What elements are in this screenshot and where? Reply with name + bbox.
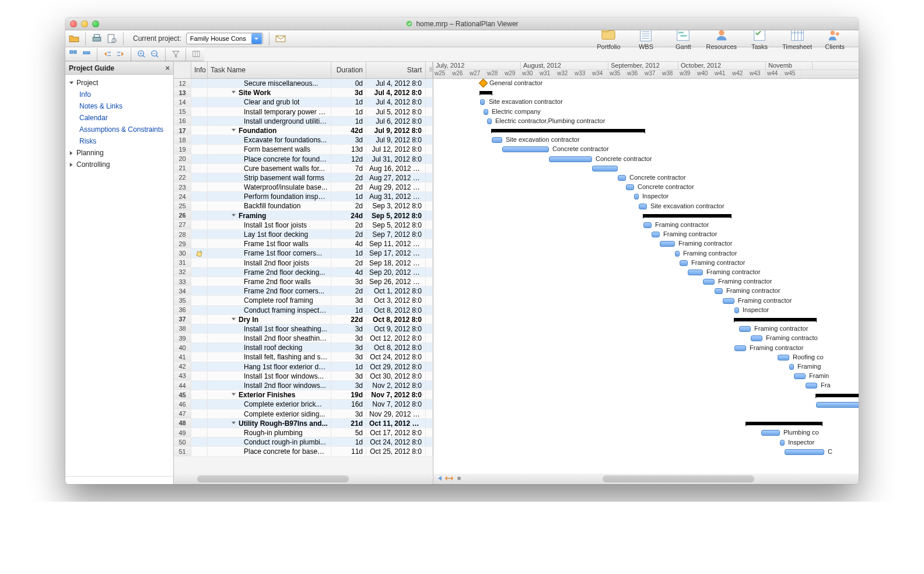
tree-leaf[interactable]: Risks bbox=[65, 135, 173, 147]
table-row[interactable]: 29Frame 1st floor walls4dSep 11, 2012 8:… bbox=[174, 239, 433, 249]
task-bar[interactable] bbox=[660, 241, 675, 247]
task-bar[interactable] bbox=[723, 298, 734, 304]
start-cell[interactable]: Oct 1, 2012 8:0 bbox=[366, 286, 426, 295]
duration-cell[interactable]: 7d bbox=[331, 164, 366, 173]
task-name-cell[interactable]: Complete roof framing bbox=[208, 296, 331, 304]
task-name-cell[interactable]: Dry In bbox=[208, 315, 331, 324]
task-name-cell[interactable]: Lay 1st floor decking bbox=[208, 230, 331, 239]
task-bar[interactable] bbox=[652, 232, 660, 237]
task-name-cell[interactable]: Site Work bbox=[208, 88, 331, 97]
start-cell[interactable]: Jul 4, 2012 8:0 bbox=[366, 88, 426, 97]
tree-node-controlling[interactable]: Controlling bbox=[65, 159, 173, 170]
tree-node-project[interactable]: Project bbox=[65, 77, 173, 89]
duration-cell[interactable]: 1d bbox=[331, 249, 366, 257]
task-name-cell[interactable]: Install temporary power s... bbox=[208, 107, 331, 116]
task-name-cell[interactable]: Conduct rough-in plumbi... bbox=[208, 438, 331, 446]
zoom-out-icon[interactable] bbox=[150, 49, 159, 60]
start-cell[interactable]: Nov 7, 2012 8:0 bbox=[366, 400, 426, 408]
columns-icon[interactable] bbox=[192, 49, 201, 60]
table-row[interactable]: 37Dry In22dOct 8, 2012 8:0 bbox=[174, 315, 433, 324]
duration-cell[interactable]: 3d bbox=[331, 343, 366, 352]
task-name-cell[interactable]: Install 1st floor windows... bbox=[208, 372, 331, 380]
col-info[interactable]: Info bbox=[191, 62, 208, 78]
table-row[interactable]: 23Waterproof/insulate base...2dAug 29, 2… bbox=[174, 183, 433, 192]
task-bar[interactable] bbox=[675, 251, 680, 257]
table-row[interactable]: 49Rough-in plumbing5dOct 17, 2012 8:0 bbox=[174, 428, 433, 438]
task-bar[interactable] bbox=[794, 373, 806, 379]
col-duration[interactable]: Duration bbox=[331, 62, 366, 78]
duration-cell[interactable]: 3d bbox=[331, 334, 366, 342]
goto-start-icon[interactable] bbox=[436, 475, 443, 484]
task-bar[interactable] bbox=[734, 345, 746, 351]
table-row[interactable]: 24Perform foundation inspe...1dAug 31, 2… bbox=[174, 192, 433, 201]
summary-bar[interactable] bbox=[816, 394, 859, 397]
task-name-cell[interactable]: Frame 1st floor walls bbox=[208, 239, 331, 248]
task-name-cell[interactable]: Utility Rough-B97Ins and... bbox=[208, 419, 331, 428]
table-row[interactable]: 44Install 2nd floor windows...3dNov 2, 2… bbox=[174, 381, 433, 390]
current-project-combo[interactable]: Family House Cons bbox=[186, 33, 263, 44]
table-row[interactable]: 33Frame 2nd floor walls3dSep 26, 2012 8:… bbox=[174, 277, 433, 286]
duration-cell[interactable]: 4d bbox=[331, 239, 366, 248]
outdent-icon[interactable] bbox=[103, 49, 112, 60]
start-cell[interactable]: Aug 16, 2012 8:0 bbox=[366, 164, 426, 173]
task-bar[interactable] bbox=[502, 146, 549, 152]
duration-cell[interactable]: 2d bbox=[331, 258, 366, 267]
summary-bar[interactable] bbox=[734, 318, 816, 321]
table-row[interactable]: 48Utility Rough-B97Ins and...21dOct 11, … bbox=[174, 419, 433, 428]
summary-bar[interactable] bbox=[480, 91, 492, 94]
start-cell[interactable]: Oct 25, 2012 8:0 bbox=[366, 447, 426, 456]
task-name-cell[interactable]: Form basement walls bbox=[208, 145, 331, 153]
start-cell[interactable]: Jul 12, 2012 8:0 bbox=[366, 145, 426, 153]
task-name-cell[interactable]: Backfill foundation bbox=[208, 201, 331, 210]
duration-cell[interactable]: 16d bbox=[331, 400, 366, 408]
task-bar[interactable] bbox=[643, 222, 652, 228]
disclosure-icon[interactable] bbox=[231, 391, 236, 399]
task-name-cell[interactable]: Install underground utilitie... bbox=[208, 117, 331, 125]
task-name-cell[interactable]: Foundation bbox=[208, 126, 331, 135]
task-name-cell[interactable]: Complete exterior brick... bbox=[208, 400, 331, 408]
expand-all-icon[interactable] bbox=[69, 49, 78, 60]
col-number[interactable] bbox=[174, 62, 191, 78]
start-cell[interactable]: Jul 4, 2012 8:0 bbox=[366, 97, 426, 106]
start-cell[interactable]: Sep 26, 2012 8:0 bbox=[366, 277, 426, 286]
print-icon[interactable] bbox=[92, 33, 102, 44]
table-row[interactable]: 47Complete exterior siding...3dNov 29, 2… bbox=[174, 410, 433, 419]
duration-cell[interactable]: 3d bbox=[331, 277, 366, 286]
print-preview-icon[interactable] bbox=[107, 33, 117, 44]
duration-cell[interactable]: 3d bbox=[331, 88, 366, 97]
table-row[interactable]: 15Install temporary power s...1dJul 5, 2… bbox=[174, 107, 433, 117]
task-name-cell[interactable]: Place concrete for basem... bbox=[208, 447, 331, 456]
task-bar[interactable] bbox=[703, 279, 715, 285]
start-cell[interactable]: Oct 11, 2012 8:0 bbox=[366, 419, 426, 428]
task-name-cell[interactable]: Conduct framing inspectio... bbox=[208, 306, 331, 314]
duration-cell[interactable]: 3d bbox=[331, 381, 366, 390]
col-start[interactable]: Start bbox=[366, 62, 426, 78]
goto-today-icon[interactable] bbox=[445, 475, 453, 484]
start-cell[interactable]: Oct 30, 2012 8:0 bbox=[366, 372, 426, 380]
duration-cell[interactable]: 13d bbox=[331, 145, 366, 153]
zoom-in-icon[interactable] bbox=[137, 49, 146, 60]
mail-icon[interactable] bbox=[275, 33, 286, 44]
task-name-cell[interactable]: Secure miscellaneous... bbox=[208, 79, 331, 88]
start-cell[interactable]: Nov 29, 2012 8:0 bbox=[366, 410, 426, 418]
duration-cell[interactable]: 1d bbox=[331, 192, 366, 201]
view-button-portfolio[interactable]: Portfolio bbox=[594, 27, 623, 50]
table-row[interactable]: 51Place concrete for basem...11dOct 25, … bbox=[174, 447, 433, 456]
view-button-tasks[interactable]: Tasks bbox=[745, 27, 774, 50]
task-name-cell[interactable]: Framing bbox=[208, 211, 331, 220]
task-name-cell[interactable]: Install 2nd floor joists bbox=[208, 258, 331, 267]
view-button-wbs[interactable]: WBS bbox=[631, 27, 660, 50]
task-bar[interactable] bbox=[487, 118, 492, 124]
table-row[interactable]: 31Install 2nd floor joists2dSep 18, 2012… bbox=[174, 258, 433, 268]
start-cell[interactable]: Oct 8, 2012 8:0 bbox=[366, 315, 426, 324]
task-bar[interactable] bbox=[688, 270, 703, 275]
tree-leaf[interactable]: Info bbox=[65, 89, 173, 100]
filter-icon[interactable] bbox=[172, 49, 180, 60]
task-bar[interactable] bbox=[592, 166, 618, 172]
start-cell[interactable]: Sep 11, 2012 8:0 bbox=[366, 239, 426, 248]
duration-cell[interactable]: 3d bbox=[331, 135, 366, 144]
start-cell[interactable]: Sep 7, 2012 8:0 bbox=[366, 230, 426, 239]
tree-leaf[interactable]: Calendar bbox=[65, 112, 173, 124]
task-bar[interactable] bbox=[715, 288, 723, 294]
duration-cell[interactable]: 1d bbox=[331, 97, 366, 106]
